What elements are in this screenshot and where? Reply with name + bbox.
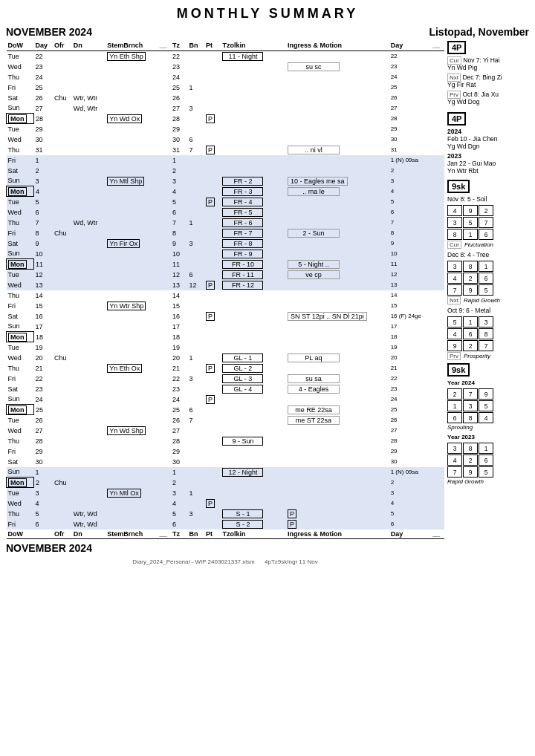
cell-stem	[106, 405, 158, 415]
col-day2: Day	[389, 41, 432, 50]
grid-prv-cell: 5	[447, 316, 462, 328]
cell-ofr	[53, 238, 72, 249]
table-row: Mon1111FR - 105 - Night ..11	[7, 259, 445, 270]
cell-tz: 3	[171, 176, 188, 186]
table-row: Fri15Yn Wtr Shp1515	[7, 301, 445, 311]
cell-pt: P	[204, 114, 221, 124]
cell-sep	[158, 446, 171, 457]
grid-2023-cell: 6	[479, 454, 493, 466]
cell-tzolkin	[221, 114, 286, 124]
cell-tz: 16	[171, 311, 188, 322]
cell-ofr	[53, 186, 72, 197]
cell-dn	[72, 238, 106, 249]
cell-bn: 1	[187, 82, 204, 93]
cell-dow: Sat	[7, 457, 34, 467]
cell-stem	[106, 249, 158, 259]
cell-ofr	[53, 467, 72, 478]
table-row: Fri111 (N) 09sa	[7, 155, 445, 166]
cell-bn	[187, 62, 204, 72]
cell-dn	[72, 394, 106, 405]
cell-tzolkin: 12 - Night	[221, 467, 286, 478]
cell-tz: 23	[171, 384, 188, 394]
cell-sep	[158, 280, 171, 290]
cell-tz: 5	[171, 509, 188, 519]
cell-bn: 3	[187, 238, 204, 249]
cell-day: 5	[33, 509, 53, 519]
cell-bn	[187, 342, 204, 353]
footer-tzolkin: Tzolkin	[221, 529, 286, 539]
cell-tzolkin	[221, 155, 286, 166]
cell-ingress	[286, 124, 389, 134]
dec7-text: Dec 7: Bing Zi	[462, 74, 502, 81]
cell-bn	[187, 498, 204, 509]
cell-ingress: PL aq	[286, 353, 389, 363]
cell-ingress	[286, 478, 389, 488]
footer-ingress: Ingress & Motion	[286, 529, 389, 539]
prv-label-2: Prv	[447, 352, 461, 360]
cell-ingress	[286, 134, 389, 145]
yg-fir-rat: Yg Fir Rat	[447, 81, 476, 88]
footer-tz: Tz	[171, 529, 188, 539]
cell-ofr	[53, 176, 72, 186]
cell-day: 24	[33, 72, 53, 82]
cell-ofr	[53, 145, 72, 155]
footer-blank	[33, 529, 53, 539]
cell-tz: 12	[171, 270, 188, 280]
cell-tz: 30	[171, 457, 188, 467]
grid-nxt-cell: 3	[447, 261, 462, 272]
month-right: Listopad, November	[429, 26, 529, 38]
cell-stem	[106, 155, 158, 166]
cell-tzolkin: FR - 4	[221, 197, 286, 207]
cell-pt	[204, 374, 221, 384]
cell-dow: Sat	[7, 166, 34, 176]
table-row: Fri2525125	[7, 82, 445, 93]
table-row: Sat1616PSN ST 12pi .. SN Dl 21pi16 (F) 2…	[7, 311, 445, 322]
cell-ofr	[53, 311, 72, 322]
table-row: Thu242424	[7, 72, 445, 82]
cell-sep2	[431, 249, 444, 259]
grid-2024-cell: 3	[463, 400, 478, 411]
cell-sep	[158, 467, 171, 478]
grid-cur: 492357816	[447, 205, 529, 240]
cell-dn	[72, 374, 106, 384]
cell-ingress	[286, 155, 389, 166]
cell-tzolkin	[221, 93, 286, 103]
table-row: Tue191919	[7, 342, 445, 353]
grid-2023-cell: 3	[447, 443, 462, 454]
cell-ofr	[53, 124, 72, 134]
cell-tz: 26	[171, 93, 188, 103]
cell-tz: 28	[171, 114, 188, 124]
cell-day: 28	[33, 436, 53, 446]
cell-dow: Sat	[7, 93, 34, 103]
cell-pt	[204, 478, 221, 488]
cell-ofr	[53, 457, 72, 467]
table-row: Mon44FR - 3.. ma le4	[7, 186, 445, 197]
cell-sep	[158, 270, 171, 280]
cell-dn	[72, 332, 106, 342]
year2024-section: 2024 Feb 10 - Jia Chen Yg Wd Dgn	[447, 128, 529, 150]
cell-dn	[72, 457, 106, 467]
cell-pt	[204, 176, 221, 186]
yg-wd-dgn: Yg Wd Dgn	[447, 143, 479, 150]
cell-dn	[72, 249, 106, 259]
cell-pt	[204, 290, 221, 301]
cell-stem	[106, 72, 158, 82]
table-row: Wed3030630	[7, 134, 445, 145]
cell-dn	[72, 426, 106, 436]
cell-day2: 19	[389, 342, 432, 353]
cell-pt	[204, 186, 221, 197]
cell-tzolkin: FR - 10	[221, 259, 286, 270]
cell-ingress	[286, 207, 389, 218]
cell-tzolkin	[221, 124, 286, 134]
cell-ofr	[53, 363, 72, 374]
cell-sep	[158, 332, 171, 342]
cell-dow: Fri	[7, 446, 34, 457]
cell-tz: 7	[171, 218, 188, 228]
cell-sep2	[431, 176, 444, 186]
table-row: Sun2424P24	[7, 394, 445, 405]
cell-day: 20	[33, 353, 53, 363]
cell-pt	[204, 332, 221, 342]
cell-stem	[106, 467, 158, 478]
cell-bn	[187, 436, 204, 446]
cell-ingress: ve cp	[286, 270, 389, 280]
